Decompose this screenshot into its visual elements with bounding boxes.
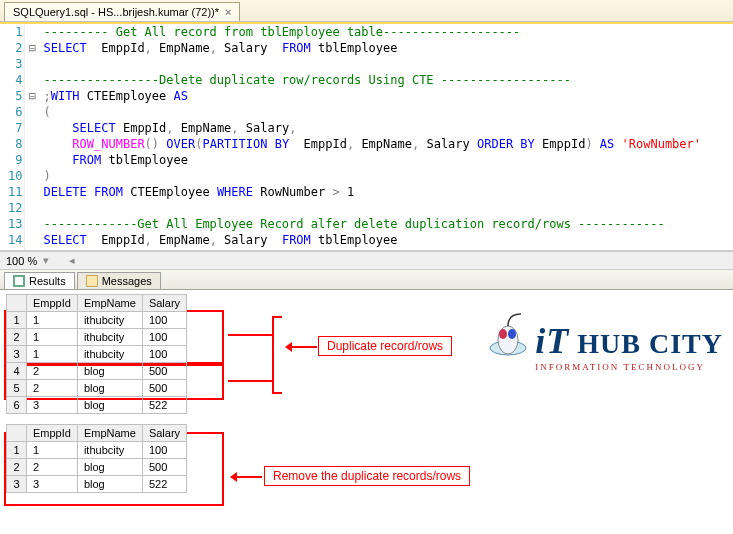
cell[interactable]: 3	[27, 476, 78, 493]
cell[interactable]: 2	[27, 459, 78, 476]
code-line[interactable]: SELECT EmppId, EmpName, Salary FROM tblE…	[43, 232, 729, 248]
column-header[interactable]: EmppId	[27, 295, 78, 312]
cell[interactable]: 1	[27, 442, 78, 459]
code-line[interactable]	[43, 56, 729, 72]
cell[interactable]: 500	[142, 380, 186, 397]
cell[interactable]: blog	[77, 459, 142, 476]
cell[interactable]: 100	[142, 346, 186, 363]
column-header[interactable]	[7, 295, 27, 312]
fold-toggle	[25, 136, 39, 152]
row-header[interactable]: 1	[7, 442, 27, 459]
messages-icon	[86, 275, 98, 287]
code-line[interactable]: SELECT EmppId, EmpName, Salary,	[43, 120, 729, 136]
table-row[interactable]: 63blog522	[7, 397, 187, 414]
zoom-value[interactable]: 100 %	[6, 255, 37, 267]
code-line[interactable]: ROW_NUMBER() OVER(PARTITION BY EmppId, E…	[43, 136, 729, 152]
column-header[interactable]: EmpName	[77, 425, 142, 442]
fold-toggle	[25, 200, 39, 216]
cell[interactable]: blog	[77, 397, 142, 414]
code-folding-gutter[interactable]: ⊟⊟	[25, 22, 39, 250]
cell[interactable]: 100	[142, 312, 186, 329]
cell[interactable]: 500	[142, 363, 186, 380]
cell[interactable]: blog	[77, 380, 142, 397]
code-line[interactable]: ----------------Delete duplicate row/rec…	[43, 72, 729, 88]
code-line[interactable]	[43, 200, 729, 216]
line-number: 12	[8, 200, 22, 216]
row-header[interactable]: 4	[7, 363, 27, 380]
table-row[interactable]: 33blog522	[7, 476, 187, 493]
results-grid-2[interactable]: EmppIdEmpNameSalary11ithubcity10022blog5…	[6, 424, 187, 493]
tab-messages[interactable]: Messages	[77, 272, 161, 289]
fold-toggle[interactable]: ⊟	[25, 40, 39, 56]
tab-messages-label: Messages	[102, 275, 152, 287]
column-header[interactable]: EmpName	[77, 295, 142, 312]
close-icon[interactable]: ×	[225, 6, 231, 18]
fold-toggle	[25, 72, 39, 88]
cell[interactable]: blog	[77, 363, 142, 380]
annotation-arrow-remove	[232, 476, 262, 478]
line-number: 6	[8, 104, 22, 120]
cell[interactable]: 2	[27, 363, 78, 380]
cell[interactable]: ithubcity	[77, 329, 142, 346]
annotation-label-dup: Duplicate record/rows	[318, 336, 452, 356]
table-row[interactable]: 21ithubcity100	[7, 329, 187, 346]
row-header[interactable]: 2	[7, 329, 27, 346]
cell[interactable]: 100	[142, 442, 186, 459]
code-line[interactable]: SELECT EmppId, EmpName, Salary FROM tblE…	[43, 40, 729, 56]
column-header[interactable]	[7, 425, 27, 442]
cell[interactable]: 522	[142, 476, 186, 493]
cell[interactable]: 500	[142, 459, 186, 476]
code-area[interactable]: --------- Get All record from tblEmploye…	[39, 22, 733, 250]
row-header[interactable]: 3	[7, 476, 27, 493]
annotation-connector-1	[228, 334, 272, 336]
sql-editor[interactable]: 1234567891011121314 ⊟⊟ --------- Get All…	[0, 22, 733, 251]
cell[interactable]: 522	[142, 397, 186, 414]
code-line[interactable]: ;WITH CTEEmployee AS	[43, 88, 729, 104]
line-number: 8	[8, 136, 22, 152]
column-header[interactable]: Salary	[142, 295, 186, 312]
cell[interactable]: 2	[27, 380, 78, 397]
row-header[interactable]: 5	[7, 380, 27, 397]
column-header[interactable]: EmppId	[27, 425, 78, 442]
zoom-dropdown-icon[interactable]: ▾	[43, 254, 49, 267]
table-row[interactable]: 11ithubcity100	[7, 312, 187, 329]
cell[interactable]: 100	[142, 329, 186, 346]
table-row[interactable]: 22blog500	[7, 459, 187, 476]
row-header[interactable]: 1	[7, 312, 27, 329]
cell[interactable]: 1	[27, 312, 78, 329]
table-row[interactable]: 11ithubcity100	[7, 442, 187, 459]
cell[interactable]: ithubcity	[77, 312, 142, 329]
fold-toggle[interactable]: ⊟	[25, 88, 39, 104]
scroll-left-icon[interactable]: ◂	[69, 254, 75, 267]
cell[interactable]: ithubcity	[77, 346, 142, 363]
zoom-bar: 100 % ▾ ◂	[0, 251, 733, 270]
cell[interactable]: 1	[27, 329, 78, 346]
line-number: 9	[8, 152, 22, 168]
row-header[interactable]: 2	[7, 459, 27, 476]
table-row[interactable]: 42blog500	[7, 363, 187, 380]
document-tab[interactable]: SQLQuery1.sql - HS...brijesh.kumar (72))…	[4, 2, 240, 21]
table-row[interactable]: 31ithubcity100	[7, 346, 187, 363]
cell[interactable]: blog	[77, 476, 142, 493]
code-line[interactable]: -------------Get All Employee Record alf…	[43, 216, 729, 232]
fold-toggle	[25, 120, 39, 136]
cell[interactable]: 1	[27, 346, 78, 363]
line-number: 5	[8, 88, 22, 104]
code-line[interactable]: DELETE FROM CTEEmployee WHERE RowNumber …	[43, 184, 729, 200]
results-grid-1[interactable]: EmppIdEmpNameSalary11ithubcity10021ithub…	[6, 294, 187, 414]
code-line[interactable]: )	[43, 168, 729, 184]
row-header[interactable]: 3	[7, 346, 27, 363]
column-header[interactable]: Salary	[142, 425, 186, 442]
code-line[interactable]: --------- Get All record from tblEmploye…	[43, 24, 729, 40]
row-header[interactable]: 6	[7, 397, 27, 414]
code-line[interactable]: FROM tblEmployee	[43, 152, 729, 168]
annotation-label-remove: Remove the duplicate records/rows	[264, 466, 470, 486]
fold-toggle	[25, 184, 39, 200]
code-line[interactable]: (	[43, 104, 729, 120]
cell[interactable]: ithubcity	[77, 442, 142, 459]
line-number: 14	[8, 232, 22, 248]
table-row[interactable]: 52blog500	[7, 380, 187, 397]
line-number: 3	[8, 56, 22, 72]
tab-results[interactable]: Results	[4, 272, 75, 289]
cell[interactable]: 3	[27, 397, 78, 414]
